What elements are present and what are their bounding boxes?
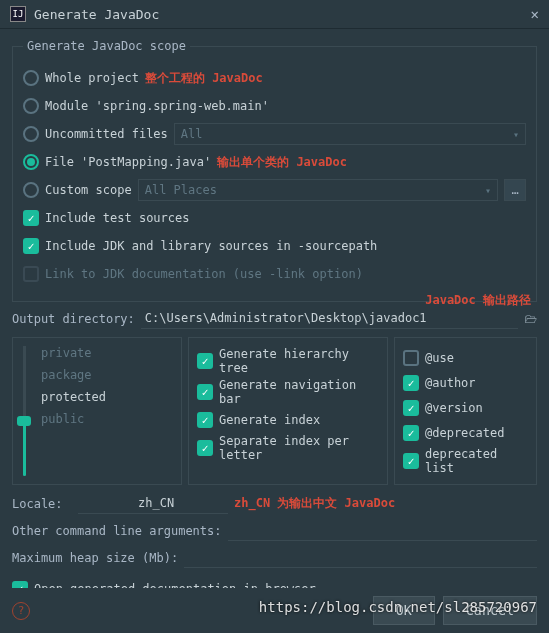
label-author: @author [425, 376, 476, 390]
vis-public: public [19, 408, 175, 430]
label-deprecated-list: deprecated list [425, 447, 528, 475]
slider-fill [23, 418, 26, 476]
label-sep-index: Separate index per letter [219, 434, 379, 462]
checkbox-link-jdk [23, 266, 39, 282]
checkbox-include-test[interactable] [23, 210, 39, 226]
annotation-whole-project: 整个工程的 JavaDoc [145, 70, 263, 87]
footer: ? OK Cancel [0, 588, 549, 633]
browse-scope-button[interactable]: … [504, 179, 526, 201]
label-other-args: Other command line arguments: [12, 524, 222, 538]
label-locale: Locale: [12, 497, 72, 511]
visibility-slider[interactable]: private package protected public [12, 337, 182, 485]
label-whole-project: Whole project [45, 71, 139, 85]
checkbox-sep-index[interactable] [197, 440, 213, 456]
radio-uncommitted[interactable] [23, 126, 39, 142]
close-icon[interactable]: ✕ [531, 6, 539, 22]
dialog-title: Generate JavaDoc [34, 7, 531, 22]
label-uncommitted: Uncommitted files [45, 127, 168, 141]
chevron-down-icon: ▾ [513, 129, 519, 140]
label-use: @use [425, 351, 454, 365]
label-index: Generate index [219, 413, 320, 427]
heap-size-field[interactable] [184, 547, 537, 568]
label-include-test: Include test sources [45, 211, 190, 225]
checkbox-version[interactable] [403, 400, 419, 416]
checkbox-deprecated-list[interactable] [403, 453, 419, 469]
dropdown-custom-value: All Places [145, 183, 217, 197]
label-heap: Maximum heap size (Mb): [12, 551, 178, 565]
other-args-field[interactable] [228, 520, 537, 541]
checkbox-deprecated[interactable] [403, 425, 419, 441]
annotation-locale: zh_CN 为输出中文 JavaDoc [234, 495, 395, 512]
locale-field[interactable] [78, 493, 228, 514]
vis-protected: protected [19, 386, 175, 408]
label-deprecated: @deprecated [425, 426, 504, 440]
title-bar: IJ Generate JavaDoc ✕ [0, 0, 549, 29]
folder-icon[interactable]: 🗁 [524, 311, 537, 326]
label-include-jdk: Include JDK and library sources in -sour… [45, 239, 377, 253]
slider-thumb[interactable] [17, 416, 31, 426]
app-icon: IJ [10, 6, 26, 22]
dropdown-uncommitted[interactable]: All ▾ [174, 123, 526, 145]
generate-options: Generate hierarchy tree Generate navigat… [188, 337, 388, 485]
radio-file[interactable] [23, 154, 39, 170]
vis-private: private [19, 342, 175, 364]
label-navbar: Generate navigation bar [219, 378, 379, 406]
radio-module[interactable] [23, 98, 39, 114]
checkbox-hierarchy[interactable] [197, 353, 213, 369]
dropdown-uncommitted-value: All [181, 127, 203, 141]
label-file: File 'PostMapping.java' [45, 155, 211, 169]
radio-whole-project[interactable] [23, 70, 39, 86]
label-custom: Custom scope [45, 183, 132, 197]
ok-button[interactable]: OK [373, 596, 435, 625]
output-directory-field[interactable] [141, 308, 518, 329]
label-link-jdk: Link to JDK documentation (use -link opt… [45, 267, 363, 281]
chevron-down-icon: ▾ [485, 185, 491, 196]
annotation-file: 输出单个类的 JavaDoc [217, 154, 347, 171]
checkbox-use[interactable] [403, 350, 419, 366]
dropdown-custom[interactable]: All Places ▾ [138, 179, 498, 201]
label-hierarchy: Generate hierarchy tree [219, 347, 379, 375]
checkbox-include-jdk[interactable] [23, 238, 39, 254]
tag-options: @use @author @version @deprecated deprec… [394, 337, 537, 485]
checkbox-author[interactable] [403, 375, 419, 391]
checkbox-index[interactable] [197, 412, 213, 428]
label-version: @version [425, 401, 483, 415]
radio-custom[interactable] [23, 182, 39, 198]
help-icon[interactable]: ? [12, 602, 30, 620]
checkbox-navbar[interactable] [197, 384, 213, 400]
cancel-button[interactable]: Cancel [443, 596, 537, 625]
scope-legend: Generate JavaDoc scope [23, 39, 190, 53]
label-module: Module 'spring.spring-web.main' [45, 99, 269, 113]
scope-fieldset: Generate JavaDoc scope Whole project 整个工… [12, 39, 537, 302]
vis-package: package [19, 364, 175, 386]
label-output-dir: Output directory: [12, 312, 135, 326]
